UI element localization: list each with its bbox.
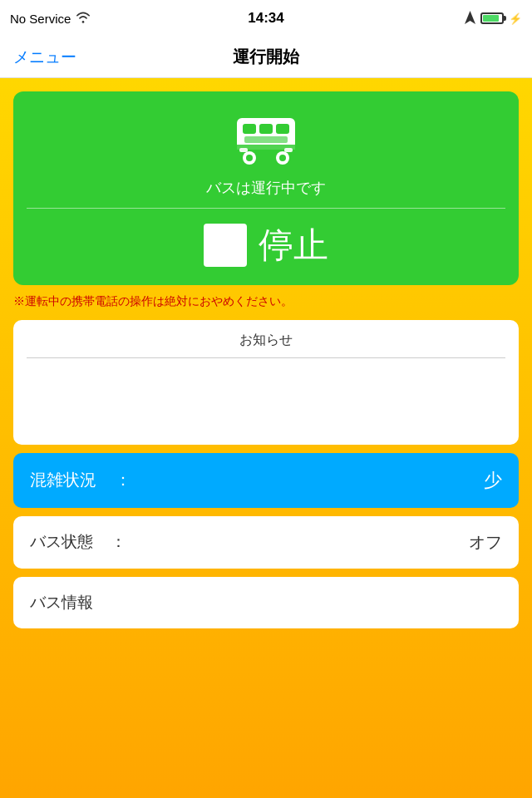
bus-state-panel[interactable]: バス状態 ： オフ (13, 516, 519, 569)
status-bar: No Service 14:34 ⚡ (0, 0, 532, 37)
svg-rect-13 (244, 136, 288, 143)
bus-icon (233, 111, 299, 168)
svg-point-8 (246, 155, 253, 161)
bus-info-label: バス情報 (30, 594, 93, 611)
svg-rect-3 (259, 124, 273, 134)
crowding-value: 少 (484, 468, 502, 493)
bus-state-label: バス状態 ： (30, 531, 126, 553)
divider (27, 208, 505, 209)
stop-label: 停止 (259, 222, 328, 268)
carrier-text: No Service (10, 12, 71, 26)
svg-marker-0 (465, 11, 475, 24)
svg-rect-2 (243, 124, 256, 134)
stop-button[interactable]: 停止 (204, 222, 328, 268)
bus-info-panel[interactable]: バス情報 (13, 577, 519, 628)
notice-header: お知らせ (27, 332, 505, 358)
menu-button[interactable]: メニュー (13, 47, 76, 68)
crowding-label: 混雑状況 ： (30, 469, 131, 491)
svg-rect-12 (284, 148, 293, 152)
bus-status-card: バスは運行中です 停止 (13, 91, 519, 285)
bus-status-text: バスは運行中です (206, 178, 326, 198)
warning-text: ※運転中の携帯電話の操作は絶対におやめください。 (13, 293, 519, 310)
status-time: 14:34 (248, 10, 283, 27)
status-left: No Service (10, 12, 91, 26)
battery-fill (483, 15, 499, 22)
stop-square-icon (204, 224, 247, 267)
svg-point-10 (279, 155, 286, 161)
notice-body (27, 367, 505, 433)
wifi-icon (76, 12, 91, 26)
notice-panel: お知らせ (13, 320, 519, 445)
battery-icon (480, 12, 504, 24)
page-title: 運行開始 (233, 46, 299, 68)
nav-bar: メニュー 運行開始 (0, 37, 532, 78)
svg-rect-11 (239, 148, 248, 152)
status-right: ⚡ (465, 11, 522, 27)
location-icon (465, 11, 475, 27)
main-content: バスは運行中です 停止 ※運転中の携帯電話の操作は絶対におやめください。 お知ら… (0, 78, 532, 798)
svg-rect-4 (276, 124, 289, 134)
crowding-panel[interactable]: 混雑状況 ： 少 (13, 453, 519, 508)
bus-state-value: オフ (469, 531, 502, 554)
charging-icon: ⚡ (509, 12, 522, 25)
